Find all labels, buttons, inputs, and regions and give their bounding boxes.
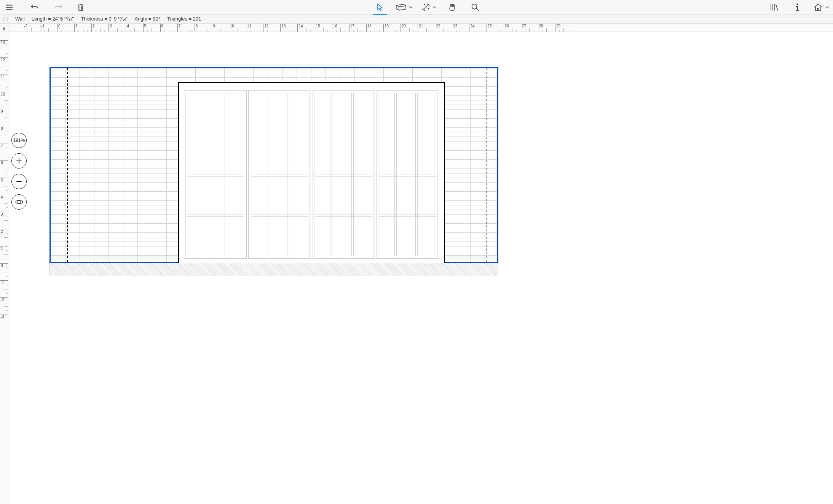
floor-slab [49,263,498,275]
menu-button[interactable] [2,0,16,14]
svg-rect-4 [3,17,7,21]
thickness-field: Thickness = 0' 9 ¹³⁄₁₆" [81,16,128,22]
wall-core-line-right [487,68,487,262]
svg-point-0 [424,4,425,5]
door-panel[interactable] [184,90,247,259]
door-panel[interactable] [313,90,375,259]
horizontal-ruler[interactable]: -2-1012345678910111213141516171819202122… [8,24,833,32]
select-tool-button[interactable] [373,0,387,14]
chevron-down-icon [432,6,436,8]
chevron-down-icon [825,6,829,8]
window-opening[interactable] [178,82,445,263]
zoom-in-button[interactable] [11,153,27,169]
length-field: Length = 24' 5 ¹³⁄₁₆" [32,16,74,22]
door-panel[interactable] [248,90,311,259]
svg-point-1 [428,8,429,9]
pan-tool-button[interactable] [445,0,459,14]
info-button[interactable] [790,0,804,14]
main-toolbar [0,0,833,14]
svg-rect-6 [18,201,20,203]
home-view-button[interactable] [813,0,829,14]
dimension-tool-button[interactable] [422,0,436,14]
vertical-ruler[interactable]: -3-2-1012345678910111213 [0,32,8,504]
triangles-field: Triangles = 231 [167,16,201,22]
zoom-level-indicator[interactable]: 191% [11,133,27,148]
undo-button[interactable] [28,0,42,14]
wall-tool-button[interactable] [396,0,413,14]
orbit-button[interactable] [11,194,27,210]
door-panel[interactable] [377,90,439,259]
redo-button[interactable] [51,0,65,14]
svg-point-3 [796,3,798,5]
work-area: ft -2-1012345678910111213141516171819202… [0,24,833,504]
search-button[interactable] [468,0,482,14]
zoom-out-button[interactable] [11,174,27,189]
delete-button[interactable] [74,0,88,14]
object-type-label: Wall [15,16,25,22]
chevron-down-icon [409,6,413,8]
library-button[interactable] [768,0,781,14]
ruler-unit-label: ft [0,24,8,32]
zoom-controls: 191% [11,133,27,210]
angle-field: Angle = 90° [134,16,160,22]
selection-info-bar: Wall Length = 24' 5 ¹³⁄₁₆" Thickness = 0… [0,14,833,24]
sliding-door-assembly [184,90,439,259]
drawing-canvas[interactable]: 191% [8,32,833,504]
wall-core-line-left [67,68,68,262]
selection-icon [2,16,8,22]
